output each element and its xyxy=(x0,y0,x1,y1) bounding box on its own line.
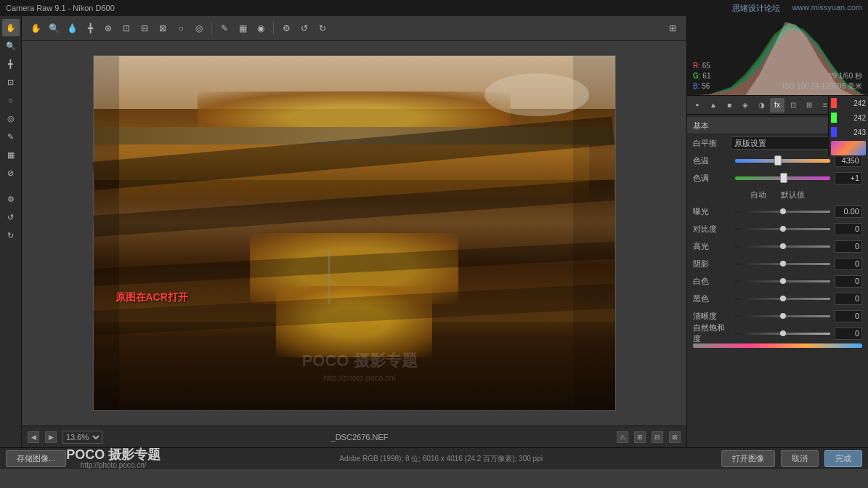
rotate-cw[interactable]: ↻ xyxy=(315,20,330,36)
contrast-thumb[interactable] xyxy=(780,226,786,232)
zoom-select[interactable]: 13.6% 25% 50% 100% xyxy=(62,431,102,444)
shadows-value[interactable]: 0 xyxy=(835,258,862,270)
vibrance-value[interactable]: 0 xyxy=(835,328,862,340)
g-label: G: xyxy=(693,72,701,80)
crop-tool[interactable]: ⊡ xyxy=(2,73,20,91)
zoom-tool[interactable]: 🔍 xyxy=(2,37,20,54)
grad-filter[interactable]: ▦ xyxy=(235,20,251,36)
rtab-basic[interactable]: ● xyxy=(690,98,705,113)
whites-thumb[interactable] xyxy=(780,278,786,284)
meta2: ISO 100 24-120098 毫米 xyxy=(782,81,862,92)
preferences[interactable]: ⚙ xyxy=(278,20,294,36)
nav-prev-btn[interactable]: ◀ xyxy=(28,431,39,443)
cv-row-b: 243 xyxy=(829,125,868,139)
tint-row: 色调 +1 xyxy=(687,169,868,187)
exposure-track[interactable] xyxy=(735,211,830,213)
blacks-thumb[interactable] xyxy=(780,296,786,301)
contrast-row: 对比度 0 xyxy=(687,220,868,237)
highlights-thumb[interactable] xyxy=(780,243,786,249)
vibrance-row: 自然饱和度 0 xyxy=(687,325,868,342)
radial-filter[interactable]: ◉ xyxy=(253,20,269,36)
preferences-tool[interactable]: ⚙ xyxy=(2,190,20,208)
move-tool[interactable]: ✋ xyxy=(2,19,20,36)
color-temp-slider-track[interactable] xyxy=(735,159,830,163)
power-line xyxy=(328,251,330,304)
wb-tool-acr[interactable]: 💧 xyxy=(64,20,80,36)
contrast-track[interactable] xyxy=(735,228,830,230)
eyedropper-tool[interactable]: ╋ xyxy=(2,55,20,73)
crop-acr[interactable]: ⊡ xyxy=(118,20,134,36)
rotate-cw-tool[interactable]: ↻ xyxy=(2,227,20,244)
gradient-tool[interactable]: ▦ xyxy=(2,146,20,163)
rtab-lens[interactable]: fx xyxy=(770,98,784,113)
contrast-label: 对比度 xyxy=(693,224,731,235)
redeye-tool[interactable]: ◎ xyxy=(2,110,20,127)
heal-tool[interactable]: ○ xyxy=(2,92,20,109)
watermark: POCO 摄影专题 http://photo.poco.cn/ xyxy=(302,350,418,382)
save-image-btn[interactable]: 存储图像... xyxy=(6,450,66,467)
whites-value[interactable]: 0 xyxy=(835,275,862,288)
clarity-track[interactable] xyxy=(735,315,830,317)
whites-track[interactable] xyxy=(735,280,830,282)
tint-thumb[interactable] xyxy=(780,173,787,183)
contrast-value[interactable]: 0 xyxy=(835,223,862,235)
vibrance-thumb[interactable] xyxy=(780,330,786,336)
exposure-thumb[interactable] xyxy=(780,208,786,214)
brush-tool[interactable]: ✎ xyxy=(2,128,20,145)
clarity-value[interactable]: 0 xyxy=(835,310,862,322)
main-photo: 原图在ACR打开 POCO 摄影专题 http://photo.poco.cn/ xyxy=(93,55,616,411)
adj-brush[interactable]: ✎ xyxy=(216,20,232,36)
cv-r-value: 242 xyxy=(853,99,866,107)
color-sampler[interactable]: ╋ xyxy=(82,20,98,36)
r-value: 65 xyxy=(702,62,710,70)
tint-value[interactable]: +1 xyxy=(835,172,862,184)
straighten[interactable]: ⊟ xyxy=(137,20,153,36)
blacks-value[interactable]: 0 xyxy=(835,293,862,305)
done-btn[interactable]: 完成 xyxy=(824,450,862,467)
spot-rem[interactable]: ○ xyxy=(173,20,189,36)
b-label: B: xyxy=(693,82,699,90)
auto-link[interactable]: 自动 xyxy=(750,190,766,200)
rtab-split[interactable]: ◑ xyxy=(754,98,768,113)
rtab-detail[interactable]: ■ xyxy=(722,98,737,113)
fullscreen-btn[interactable]: ⊞ xyxy=(665,20,681,36)
rtab-hsl[interactable]: ◈ xyxy=(738,98,753,113)
grid-btn[interactable]: ⊞ xyxy=(634,431,646,443)
open-image-btn[interactable]: 打开图像 xyxy=(721,450,775,467)
loupe-btn[interactable]: ⊠ xyxy=(669,431,681,443)
defaults-link[interactable]: 默认值 xyxy=(781,190,805,200)
zoom-tool-acr[interactable]: 🔍 xyxy=(46,20,62,36)
highlights-track[interactable] xyxy=(735,245,830,248)
highlights-value[interactable]: 0 xyxy=(835,240,862,253)
rotate-ccw-tool[interactable]: ↺ xyxy=(2,208,20,226)
rtab-effects[interactable]: ⊡ xyxy=(786,98,800,113)
shadows-track[interactable] xyxy=(735,263,830,265)
rtab-curve[interactable]: ▲ xyxy=(706,98,721,113)
hand-tool[interactable]: ✋ xyxy=(28,20,44,36)
redeye-acr[interactable]: ◎ xyxy=(191,20,207,36)
tint-slider-track[interactable] xyxy=(735,176,830,180)
whites-label: 白色 xyxy=(693,276,731,287)
vibrance-track[interactable] xyxy=(735,333,830,335)
target-adj[interactable]: ⊛ xyxy=(100,20,116,36)
left-tool-panel: ✋ 🔍 ╋ ⊡ ○ ◎ ✎ ▦ ⊘ ⚙ ↺ ↻ xyxy=(0,16,22,447)
shadows-thumb[interactable] xyxy=(780,261,786,267)
photo-label: 原图在ACR打开 xyxy=(115,291,188,304)
clip-warn-btn[interactable]: ⚠ xyxy=(617,431,628,443)
nav-next-btn[interactable]: ▶ xyxy=(45,431,57,443)
color-temp-thumb[interactable] xyxy=(774,155,782,166)
filename-label: _DSC2676.NEF xyxy=(108,433,611,442)
whites-row: 白色 0 xyxy=(687,272,868,290)
exposure-value[interactable]: 0.00 xyxy=(835,206,862,218)
rtab-camera[interactable]: ⊞ xyxy=(802,98,816,113)
transform[interactable]: ⊠ xyxy=(155,20,171,36)
toolbar-sep1 xyxy=(211,22,212,35)
side-by-side-btn[interactable]: ⊟ xyxy=(652,431,663,443)
blacks-track[interactable] xyxy=(735,298,830,300)
cv-b-bar xyxy=(831,127,837,137)
paint-tool[interactable]: ⊘ xyxy=(2,164,20,182)
cancel-btn[interactable]: 取消 xyxy=(781,450,819,467)
clarity-thumb[interactable] xyxy=(780,313,786,319)
cv-row-g: 242 xyxy=(829,110,868,125)
rotate-ccw[interactable]: ↺ xyxy=(296,20,312,36)
